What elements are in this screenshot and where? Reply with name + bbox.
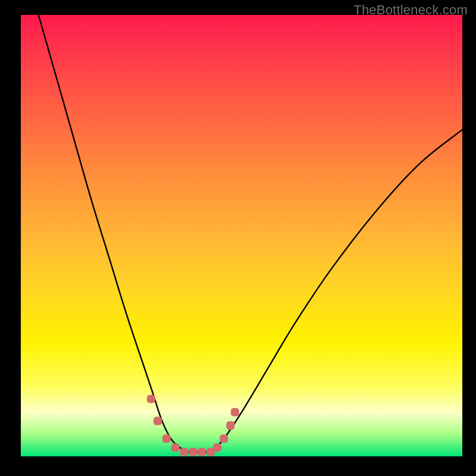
- watermark-text: TheBottleneck.com: [353, 2, 468, 18]
- marker-point: [180, 448, 189, 456]
- marker-point: [220, 434, 228, 443]
- marker-point: [213, 443, 221, 452]
- marker-point: [154, 417, 162, 425]
- bottleneck-curve: [39, 15, 462, 452]
- chart-frame: TheBottleneck.com: [0, 0, 476, 476]
- plot-area: [21, 15, 462, 456]
- marker-point: [226, 421, 234, 430]
- marker-point: [147, 395, 155, 403]
- marker-point: [231, 408, 239, 416]
- marker-point: [198, 448, 206, 456]
- marker-point: [162, 434, 171, 443]
- marker-group: [147, 395, 239, 456]
- marker-point: [189, 448, 197, 456]
- marker-point: [171, 443, 180, 452]
- curve-svg: [21, 15, 462, 456]
